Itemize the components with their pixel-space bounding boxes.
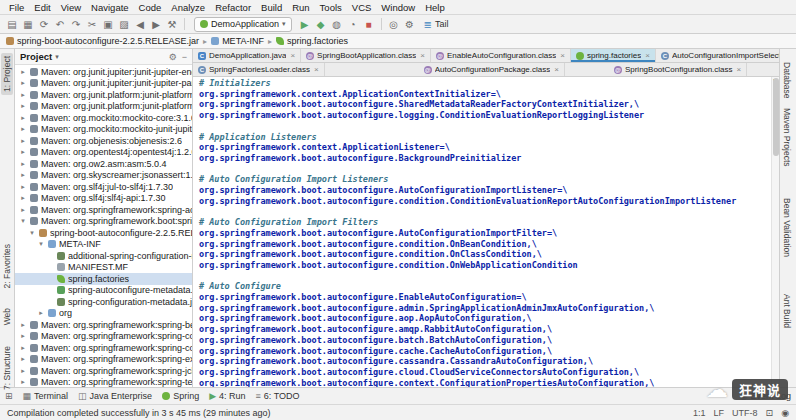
build-icon[interactable]: ⚒ <box>165 17 179 31</box>
save-all-icon[interactable]: ▦ <box>21 17 35 31</box>
tool-button-7-structure[interactable]: 7: Structure <box>1 343 13 393</box>
tree-item-spring-autoconfigure-metadata-properties[interactable]: spring-autoconfigure-metadata.properties <box>15 285 192 297</box>
tool-button-maven-projects[interactable]: Maven Projects <box>781 105 793 170</box>
chevron-right-icon[interactable]: ▸ <box>19 68 27 76</box>
tree-item-maven-org-springframework-spring-expres[interactable]: ▸Maven: org.springframework:spring-expre… <box>15 354 192 366</box>
cut-icon[interactable]: ✂ <box>85 17 99 31</box>
menu-view[interactable]: View <box>56 2 86 13</box>
editor[interactable]: # Initializersorg.springframework.contex… <box>193 77 779 387</box>
tree-item-maven-org-springframework-spring-core-5[interactable]: ▸Maven: org.springframework:spring-core:… <box>15 342 192 354</box>
menu-edit[interactable]: Edit <box>29 2 55 13</box>
tree-item-additional-spring-configuration-metadata[interactable]: additional-spring-configuration-metadata… <box>15 250 192 262</box>
chevron-right-icon[interactable]: ▸ <box>19 194 27 202</box>
tool-button-bean-validation[interactable]: Bean Validation <box>781 195 793 260</box>
chevron-right-icon[interactable]: ▸ <box>19 171 27 179</box>
tree-item-spring-configuration-metadata-json[interactable]: spring-configuration-metadata.json <box>15 296 192 308</box>
menu-run[interactable]: Run <box>287 2 314 13</box>
menu-file[interactable]: File <box>4 2 29 13</box>
tree-item-maven-org-opentest4j-opentest4j-1-2-0[interactable]: ▸Maven: org.opentest4j:opentest4j:1.2.0 <box>15 147 192 159</box>
undo-icon[interactable]: ↶ <box>53 17 67 31</box>
run-icon[interactable]: ▶ <box>298 17 312 31</box>
tail-button[interactable]: ≣ Tail <box>419 19 454 30</box>
tree-item-maven-org-springframework-spring-jcl-5[interactable]: ▸Maven: org.springframework:spring-jcl:5… <box>15 365 192 377</box>
chevron-right-icon[interactable]: ▸ <box>19 332 27 340</box>
tree-item-maven-org-skyscreamer-jsonassert-1-5-0[interactable]: ▸Maven: org.skyscreamer:jsonassert:1.5.0 <box>15 170 192 182</box>
tree-item-maven-org-junit-platform-junit-platform[interactable]: ▸Maven: org.junit.platform:junit-platfor… <box>15 101 192 113</box>
coverage-icon[interactable]: ◍ <box>330 17 344 31</box>
close-icon[interactable]: × <box>314 65 319 74</box>
tool-button-6-todo[interactable]: ≡6: TODO <box>256 391 300 401</box>
tool-button-terminal[interactable]: ▦Terminal <box>23 391 69 401</box>
menu-help[interactable]: Help <box>420 2 450 13</box>
chevron-right-icon[interactable]: ▸ <box>19 344 27 352</box>
close-icon[interactable]: × <box>737 65 742 74</box>
editor-tab-autoconfigurationimportselector-class[interactable]: CAutoConfigurationImportSelector.class× <box>656 49 779 62</box>
tool-button-database[interactable]: Database <box>781 59 793 101</box>
tool-button-4-run[interactable]: ▶4: Run <box>209 391 245 401</box>
tree-item-spring-factories[interactable]: spring.factories <box>15 273 192 285</box>
tree-item-org[interactable]: ▸org <box>15 308 192 320</box>
profiler-icon[interactable]: ◔ <box>346 17 360 31</box>
breadcrumb-item[interactable]: spring.factories <box>276 36 348 46</box>
tool-button-web[interactable]: Web <box>1 305 13 328</box>
chevron-right-icon[interactable]: ▸ <box>19 91 27 99</box>
forward-icon[interactable]: ▶ <box>149 17 163 31</box>
debug-icon[interactable]: ◆ <box>314 17 328 31</box>
tree-item-maven-org-springframework-spring-aop-5[interactable]: ▸Maven: org.springframework:spring-aop:5… <box>15 204 192 216</box>
tree-item-meta-inf[interactable]: ▾META-INF <box>15 239 192 251</box>
tool-button-spring[interactable]: Spring <box>162 391 199 401</box>
tree-item-maven-org-springframework-spring-beans[interactable]: ▸Maven: org.springframework:spring-beans… <box>15 319 192 331</box>
tree-item-maven-org-slf4j-slf4j-api-1-7-30[interactable]: ▸Maven: org.slf4j:slf4j-api:1.7.30 <box>15 193 192 205</box>
chevron-down-icon[interactable]: ▾ <box>28 229 36 237</box>
chevron-right-icon[interactable]: ▸ <box>19 367 27 375</box>
menu-code[interactable]: Code <box>134 2 167 13</box>
paste-icon[interactable]: ▨ <box>117 17 131 31</box>
chevron-right-icon[interactable]: ▸ <box>19 102 27 110</box>
project-view-select[interactable]: Project ▾ <box>20 51 59 62</box>
editor-tab-springfactoriesloader-class[interactable]: CSpringFactoriesLoader.class× <box>193 63 325 76</box>
tool-button-ant-build[interactable]: Ant Build <box>781 291 793 331</box>
chevron-right-icon[interactable]: ▸ <box>19 355 27 363</box>
menu-tools[interactable]: Tools <box>315 2 347 13</box>
tool-button-java-enterprise[interactable]: ◫Java Enterprise <box>78 391 152 401</box>
editor-scrollbar[interactable] <box>771 77 779 387</box>
editor-tab-springbootapplication-class[interactable]: @SpringBootApplication.class× <box>301 49 431 62</box>
breadcrumb-item[interactable]: spring-boot-autoconfigure-2.2.5.RELEASE.… <box>6 36 199 46</box>
chevron-down-icon[interactable]: ▾ <box>37 240 45 248</box>
tree-item-maven-org-slf4j-jul-to-slf4j-1-7-30[interactable]: ▸Maven: org.slf4j:jul-to-slf4j:1.7.30 <box>15 181 192 193</box>
tree-item-manifest-mf[interactable]: MANIFEST.MF <box>15 262 192 274</box>
notifications-icon[interactable]: ◉ <box>781 408 789 418</box>
editor-tab-autoconfigurationpackage-class[interactable]: @AutoConfigurationPackage.class× <box>419 63 565 76</box>
chevron-right-icon[interactable]: ▸ <box>19 114 27 122</box>
editor-tab-spring-factories[interactable]: spring.factories× <box>571 49 656 62</box>
cursor-position-indicator[interactable]: 1:1 <box>693 408 706 418</box>
close-icon[interactable]: × <box>290 51 295 60</box>
chevron-right-icon[interactable]: ▸ <box>19 148 27 156</box>
chevron-right-icon[interactable]: ▸ <box>37 309 45 317</box>
open-project-icon[interactable]: ▤ <box>5 17 19 31</box>
menu-refactor[interactable]: Refactor <box>210 2 256 13</box>
chevron-right-icon[interactable]: ▸ <box>19 160 27 168</box>
sync-icon[interactable]: ⟳ <box>37 17 51 31</box>
gear-icon[interactable]: ⚙ <box>169 52 177 62</box>
chevron-right-icon[interactable]: ▸ <box>19 321 27 329</box>
menu-vcs[interactable]: VCS <box>347 2 377 13</box>
tree-item-maven-org-mockito-mockito-core-3-1-0[interactable]: ▸Maven: org.mockito:mockito-core:3.1.0 <box>15 112 192 124</box>
close-icon[interactable]: × <box>554 65 559 74</box>
tree-item-maven-org-springframework-spring-test-5[interactable]: ▸Maven: org.springframework:spring-test:… <box>15 377 192 388</box>
lock-icon[interactable]: ⊡ <box>766 408 774 418</box>
copy-icon[interactable]: ▣ <box>101 17 115 31</box>
tool-button-1-project[interactable]: 1: Project <box>1 53 13 95</box>
tree-item-maven-org-ow2-asm-asm-5-0-4[interactable]: ▸Maven: org.ow2.asm:asm:5.0.4 <box>15 158 192 170</box>
chevron-right-icon[interactable]: ▸ <box>19 378 27 386</box>
close-icon[interactable]: × <box>560 51 565 60</box>
close-icon[interactable]: × <box>420 51 425 60</box>
chevron-right-icon[interactable]: ▸ <box>19 79 27 87</box>
tree-item-maven-org-springframework-spring-contex[interactable]: ▸Maven: org.springframework:spring-conte… <box>15 331 192 343</box>
tree-item-maven-org-objenesis-objenesis-2-6[interactable]: ▸Maven: org.objenesis:objenesis:2.6 <box>15 135 192 147</box>
menu-analyze[interactable]: Analyze <box>166 2 210 13</box>
breadcrumb-item[interactable]: META-INF <box>211 36 264 46</box>
tree-item-maven-org-junit-platform-junit-platform[interactable]: ▸Maven: org.junit.platform:junit-platfor… <box>15 89 192 101</box>
line-separator-indicator[interactable]: LF <box>714 408 725 418</box>
menu-window[interactable]: Window <box>376 2 420 13</box>
